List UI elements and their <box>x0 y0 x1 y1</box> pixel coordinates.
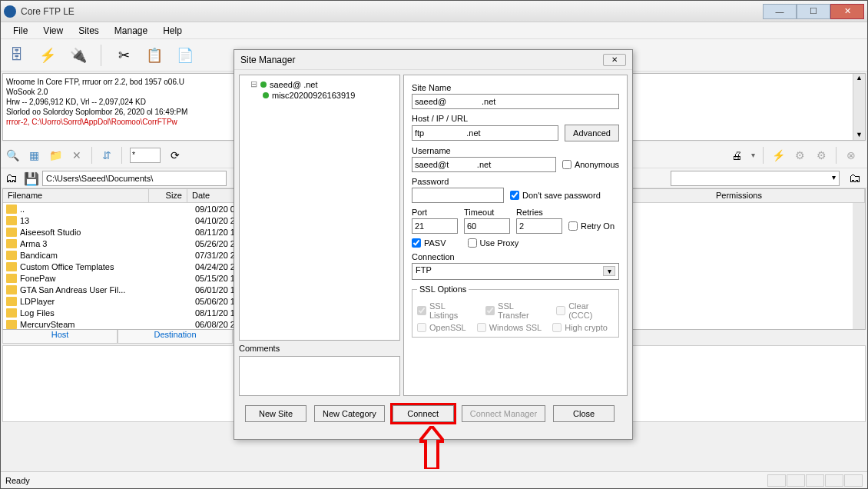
view-icon[interactable]: ▦ <box>27 148 41 162</box>
menu-file[interactable]: File <box>5 24 35 38</box>
tree-label: misc20200926163919 <box>272 91 355 100</box>
folder-icon <box>6 320 17 329</box>
remote-tool1-icon[interactable]: ⚙ <box>793 148 807 162</box>
app-icon <box>4 5 16 18</box>
delete-icon[interactable]: ✕ <box>70 148 84 162</box>
remote-tool2-icon[interactable]: ⚙ <box>814 148 828 162</box>
col-size[interactable]: Size <box>149 189 187 202</box>
window-controls: — ☐ ✕ <box>763 4 864 19</box>
password-label: Password <box>412 177 619 186</box>
print-icon[interactable]: 🖨 <box>730 148 744 162</box>
tree-label: saeed@ .net <box>270 80 318 89</box>
openssl-check: OpenSSL <box>417 323 466 332</box>
transfer-icon[interactable]: ⇵ <box>100 148 114 162</box>
password-input[interactable] <box>412 188 504 203</box>
menu-sites[interactable]: Sites <box>71 24 107 38</box>
tree-icon[interactable]: 🗂 <box>5 171 19 185</box>
status-cells <box>767 474 863 487</box>
close-button[interactable]: ✕ <box>830 4 864 19</box>
dialog-titlebar[interactable]: Site Manager ✕ <box>234 50 632 70</box>
site-name-input[interactable] <box>412 94 619 109</box>
copy-icon[interactable]: 📋 <box>146 47 163 64</box>
file-name: Aiseesoft Studio <box>20 228 152 237</box>
status-dot-icon <box>263 92 269 98</box>
log-scrollbar[interactable] <box>853 74 865 140</box>
search-icon[interactable]: 🔍 <box>5 148 19 162</box>
disconnect-icon[interactable]: 🔌 <box>70 47 87 64</box>
site-manager-icon[interactable]: 🗄 <box>8 47 25 64</box>
advanced-button[interactable]: Advanced <box>565 125 619 141</box>
menu-view[interactable]: View <box>35 24 71 38</box>
tree-node[interactable]: ⊟ saeed@ .net <box>243 78 396 90</box>
use-proxy-check[interactable]: Use Proxy <box>468 238 519 248</box>
file-name: 13 <box>20 216 152 225</box>
connect-button[interactable]: Connect <box>393 405 454 422</box>
remote-close-icon[interactable]: ⊗ <box>844 148 858 162</box>
remote-connect-icon[interactable]: ⚡ <box>771 148 785 162</box>
menu-manage[interactable]: Manage <box>107 24 155 38</box>
filter-input[interactable] <box>130 148 161 163</box>
arrow-annotation-icon <box>419 426 444 469</box>
tab-host[interactable]: Host <box>2 330 118 344</box>
folder-icon <box>6 274 17 283</box>
new-site-button[interactable]: New Site <box>245 405 306 422</box>
file-name: MercurvSteam <box>20 320 152 329</box>
ssl-listings-check: SSL Listings <box>417 301 475 320</box>
dont-save-check[interactable]: Don't save password <box>510 191 601 200</box>
refresh-icon[interactable]: ⟳ <box>168 148 182 162</box>
file-name: Custom Office Templates <box>20 262 152 271</box>
sites-tree[interactable]: ⊟ saeed@ .net misc20200926163919 <box>239 75 400 341</box>
tree-node[interactable]: misc20200926163919 <box>243 90 396 101</box>
connect-manager-button: Connect Manager <box>462 405 545 422</box>
file-name: LDPlayer <box>20 297 152 306</box>
new-folder-icon[interactable]: 📁 <box>48 148 62 162</box>
username-input[interactable] <box>412 157 556 172</box>
quick-connect-icon[interactable]: ⚡ <box>39 47 56 64</box>
folder-icon <box>6 239 17 248</box>
status-dot-icon <box>260 82 267 88</box>
paste-icon[interactable]: 📄 <box>177 47 194 64</box>
file-name: Log Files <box>20 308 152 318</box>
timeout-input[interactable] <box>464 218 510 234</box>
remote-path-combo[interactable] <box>671 171 840 186</box>
folder-icon <box>6 308 17 318</box>
file-name: Arma 3 <box>20 239 152 248</box>
file-name: Bandicam <box>20 251 152 260</box>
retry-on-check[interactable]: Retry On <box>568 221 615 231</box>
menu-help[interactable]: Help <box>155 24 190 38</box>
tab-destination[interactable]: Destination <box>118 330 233 344</box>
close-button[interactable]: Close <box>553 405 615 422</box>
local-path-input[interactable] <box>42 171 227 186</box>
titlebar[interactable]: Core FTP LE — ☐ ✕ <box>1 1 867 22</box>
pasv-check[interactable]: PASV <box>412 238 446 248</box>
site-name-label: Site Name <box>412 83 619 92</box>
col-permissions[interactable]: Permissions <box>711 189 865 202</box>
menubar: File View Sites Manage Help <box>1 22 867 39</box>
minimize-button[interactable]: — <box>763 4 797 19</box>
col-filename[interactable]: Filename <box>3 189 149 202</box>
status-text: Ready <box>5 476 30 485</box>
connection-label: Connection <box>412 252 619 261</box>
retries-input[interactable] <box>516 218 562 234</box>
new-category-button[interactable]: New Category <box>314 405 385 422</box>
file-name: .. <box>20 205 152 214</box>
dialog-title: Site Manager <box>240 55 295 65</box>
ssl-transfer-check: SSL Transfer <box>485 301 545 320</box>
anonymous-check[interactable]: Anonymous <box>562 160 619 169</box>
folder-icon <box>6 297 17 306</box>
pane-scrollbar[interactable] <box>853 203 865 329</box>
file-name: FonePaw <box>20 274 152 283</box>
port-input[interactable] <box>412 218 458 234</box>
port-label: Port <box>412 208 458 217</box>
file-name: GTA San Andreas User Fil... <box>20 285 152 294</box>
comments-box[interactable] <box>239 356 400 396</box>
dialog-close-icon[interactable]: ✕ <box>603 54 626 66</box>
connection-combo[interactable]: FTP <box>412 263 619 280</box>
windows-ssl-check: Windows SSL <box>477 323 542 332</box>
folder-icon <box>6 262 17 271</box>
tree-remote-icon[interactable]: 🗂 <box>849 171 863 185</box>
drive-icon[interactable]: 💾 <box>24 171 38 185</box>
cut-icon[interactable]: ✂ <box>115 47 132 64</box>
maximize-button[interactable]: ☐ <box>797 4 830 19</box>
host-input[interactable] <box>412 125 558 141</box>
